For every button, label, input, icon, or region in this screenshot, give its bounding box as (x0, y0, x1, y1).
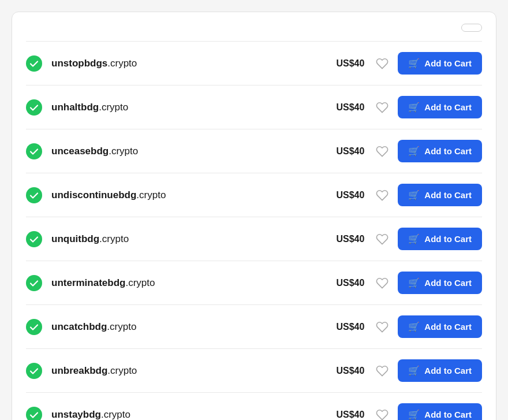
domain-row: unhaltbdg.crypto US$40 🛒 Add to Cart (26, 86, 482, 129)
heart-icon (376, 408, 389, 421)
domain-name: unceasebdg.crypto (51, 146, 330, 157)
add-to-cart-button[interactable]: 🛒 Add to Cart (398, 403, 482, 420)
domain-row: unterminatebdg.crypto US$40 🛒 Add to Car… (26, 261, 482, 305)
check-icon (26, 99, 42, 116)
add-to-cart-button[interactable]: 🛒 Add to Cart (398, 359, 482, 382)
domain-name: uncatchbdg.crypto (51, 321, 330, 333)
cart-icon: 🛒 (408, 146, 420, 157)
heart-icon (376, 189, 389, 202)
check-icon (26, 55, 42, 72)
check-icon (26, 187, 42, 203)
cart-icon: 🛒 (408, 409, 420, 420)
wishlist-button[interactable] (376, 189, 389, 202)
svg-point-2 (26, 143, 42, 159)
domain-price: US$40 (330, 190, 364, 200)
domain-base: unhaltbdg (51, 102, 99, 113)
add-to-cart-label: Add to Cart (424, 322, 472, 332)
domain-name: unstopbdgs.crypto (51, 58, 330, 69)
wishlist-button[interactable] (376, 365, 389, 377)
heart-icon (376, 321, 389, 333)
domain-row: undiscontinuebdg.crypto US$40 🛒 Add to C… (26, 173, 482, 217)
domain-price: US$40 (330, 322, 364, 332)
wishlist-button[interactable] (376, 277, 389, 289)
domain-name: undiscontinuebdg.crypto (51, 189, 330, 201)
check-icon (26, 231, 42, 247)
domain-row: unstaybdg.crypto US$40 🛒 Add to Cart (26, 393, 482, 420)
check-icon (26, 363, 42, 379)
add-to-cart-button[interactable]: 🛒 Add to Cart (398, 96, 482, 118)
domain-price: US$40 (330, 58, 364, 69)
wishlist-button[interactable] (376, 321, 389, 333)
wishlist-button[interactable] (376, 408, 389, 421)
domain-base: unstaybdg (51, 409, 101, 420)
domain-price: US$40 (330, 146, 364, 157)
domain-base: unquitbdg (51, 233, 99, 244)
check-icon (26, 319, 42, 335)
add-to-cart-button[interactable]: 🛒 Add to Cart (398, 315, 482, 338)
wishlist-button[interactable] (376, 233, 389, 246)
check-icon (26, 143, 42, 159)
cart-icon: 🛒 (408, 189, 420, 200)
heart-icon (376, 277, 389, 289)
heart-icon (376, 233, 389, 246)
domain-row: uncatchbdg.crypto US$40 🛒 Add to Cart (26, 305, 482, 349)
domain-tld: .crypto (109, 146, 138, 157)
domain-base: uncatchbdg (51, 321, 107, 332)
check-icon (26, 275, 42, 291)
domain-base: unterminatebdg (51, 277, 125, 288)
add-to-cart-label: Add to Cart (424, 146, 472, 156)
svg-point-6 (26, 319, 42, 335)
heart-icon (376, 101, 389, 114)
domain-base: unceasebdg (51, 146, 109, 157)
wishlist-button[interactable] (376, 57, 389, 70)
domain-name: unquitbdg.crypto (51, 233, 330, 245)
filter-dropdown[interactable] (461, 24, 482, 32)
domain-tld: .crypto (101, 409, 130, 420)
cart-icon: 🛒 (408, 365, 420, 376)
main-container: unstopbdgs.crypto US$40 🛒 Add to Cart un… (12, 12, 496, 420)
heart-icon (376, 365, 389, 377)
cart-icon: 🛒 (408, 277, 420, 288)
domain-name: unstaybdg.crypto (51, 409, 330, 421)
domain-tld: .crypto (99, 233, 129, 244)
svg-point-3 (26, 187, 42, 203)
add-to-cart-label: Add to Cart (424, 278, 472, 288)
domain-base: unstopbdgs (51, 58, 107, 69)
domain-base: undiscontinuebdg (51, 189, 136, 200)
svg-point-1 (26, 99, 42, 116)
domain-tld: .crypto (107, 321, 136, 332)
add-to-cart-button[interactable]: 🛒 Add to Cart (398, 272, 482, 294)
cart-icon: 🛒 (408, 102, 420, 113)
cart-icon: 🛒 (408, 321, 420, 332)
domain-row: unceasebdg.crypto US$40 🛒 Add to Cart (26, 129, 482, 173)
domain-tld: .crypto (99, 102, 128, 113)
domain-name: unbreakbdg.crypto (51, 365, 330, 377)
cart-icon: 🛒 (408, 233, 420, 244)
add-to-cart-button[interactable]: 🛒 Add to Cart (398, 184, 482, 206)
svg-point-4 (26, 231, 42, 247)
svg-point-8 (26, 407, 42, 421)
domain-tld: .crypto (125, 277, 155, 288)
section-header (26, 24, 482, 32)
add-to-cart-label: Add to Cart (424, 190, 472, 200)
domain-tld: .crypto (136, 189, 166, 200)
domain-price: US$40 (330, 366, 364, 376)
check-icon (26, 407, 42, 421)
wishlist-button[interactable] (376, 145, 389, 158)
add-to-cart-button[interactable]: 🛒 Add to Cart (398, 228, 482, 250)
add-to-cart-button[interactable]: 🛒 Add to Cart (398, 52, 482, 75)
add-to-cart-button[interactable]: 🛒 Add to Cart (398, 140, 482, 162)
wishlist-button[interactable] (376, 101, 389, 114)
domain-tld: .crypto (107, 365, 137, 376)
heart-icon (376, 145, 389, 158)
svg-point-0 (26, 55, 42, 72)
domain-list: unstopbdgs.crypto US$40 🛒 Add to Cart un… (26, 41, 482, 420)
add-to-cart-label: Add to Cart (424, 410, 472, 419)
domain-base: unbreakbdg (51, 365, 107, 376)
domain-row: unbreakbdg.crypto US$40 🛒 Add to Cart (26, 349, 482, 393)
domain-price: US$40 (330, 410, 364, 420)
domain-name: unterminatebdg.crypto (51, 277, 330, 289)
domain-row: unstopbdgs.crypto US$40 🛒 Add to Cart (26, 42, 482, 86)
add-to-cart-label: Add to Cart (424, 58, 472, 68)
domain-tld: .crypto (107, 58, 137, 69)
